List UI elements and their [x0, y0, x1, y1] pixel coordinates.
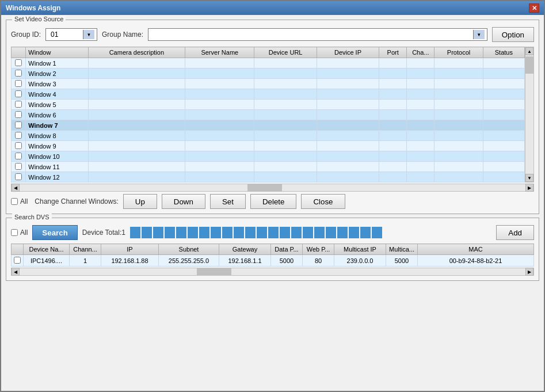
table-row: Window 4	[12, 89, 525, 100]
main-content: Set Video Source Group ID: 01 ▼ Group Na…	[1, 15, 544, 391]
row-checkbox-cell[interactable]	[12, 58, 26, 68]
hscroll-right-arrow[interactable]: ▶	[525, 184, 533, 192]
checkbox-col-header	[12, 47, 26, 58]
dvs-table-row: IPC1496.... 1 192.168.1.88 255.255.255.0…	[12, 255, 534, 267]
add-button[interactable]: Add	[496, 225, 534, 240]
channel-cell-dvs: 1	[70, 255, 101, 267]
dvs-hscroll-thumb[interactable]	[197, 268, 231, 275]
table-row: Window 11	[12, 162, 525, 172]
row-checkbox[interactable]	[15, 101, 22, 108]
progress-segment	[199, 227, 209, 238]
row-checkbox[interactable]	[15, 111, 22, 118]
progress-segment	[291, 227, 302, 238]
progress-segment	[349, 227, 359, 238]
progress-segment	[314, 227, 325, 238]
row-checkbox[interactable]	[15, 153, 22, 159]
group-id-select[interactable]: 01 ▼	[45, 28, 97, 41]
table-row: Window 5	[12, 100, 525, 110]
table-row: Window 2	[12, 68, 525, 79]
dvs-row-checkbox[interactable]	[14, 257, 21, 264]
delete-button[interactable]: Delete	[250, 194, 297, 209]
search-dvs-controls: All Search Device Total:1 Add	[11, 225, 534, 240]
dvs-hscroll-track[interactable]	[20, 268, 525, 275]
row-checkbox[interactable]	[15, 90, 22, 97]
window-cell: Window 9	[26, 141, 88, 151]
server-name-cell	[185, 58, 254, 68]
row-checkbox[interactable]	[15, 59, 22, 66]
channel-col-header-dvs: Chann...	[70, 244, 101, 255]
search-dvs-title: Search DVS	[12, 214, 52, 220]
hscroll-thumb[interactable]	[247, 184, 282, 191]
video-table-body: Window 1	[12, 58, 525, 182]
device-ip-cell	[317, 58, 379, 68]
video-table-vscroll[interactable]: ▲ ▼	[525, 47, 534, 182]
video-source-controls: Group ID: 01 ▼ Group Name: ▼ Option	[11, 27, 534, 42]
dvs-hscroll-right-arrow[interactable]: ▶	[525, 268, 533, 276]
row-checkbox[interactable]	[15, 142, 22, 149]
window-cell: Window 10	[26, 151, 88, 162]
gateway-cell: 192.168.1.1	[219, 255, 271, 267]
row-checkbox[interactable]	[15, 132, 22, 139]
dvs-all-label: All	[20, 229, 28, 237]
down-button[interactable]: Down	[162, 194, 205, 209]
device-ip-col-header: Device IP	[317, 47, 379, 58]
table-row: Window 1	[12, 58, 525, 68]
window-cell: Window 3	[26, 79, 88, 89]
multicast-port-col-header: Multica...	[386, 244, 418, 255]
channel-col-header: Cha...	[407, 47, 435, 58]
all-check-container: All	[11, 197, 28, 205]
progress-segment	[257, 227, 267, 238]
web-port-cell: 80	[303, 255, 334, 267]
progress-segment	[268, 227, 279, 238]
close-button[interactable]: ✕	[529, 3, 539, 13]
vscroll-down-arrow[interactable]: ▼	[525, 174, 533, 182]
vscroll-track[interactable]	[525, 55, 533, 174]
camera-desc-col-header: Camera description	[88, 47, 185, 58]
mac-col-header: MAC	[418, 244, 534, 255]
vscroll-thumb[interactable]	[525, 56, 533, 74]
close-button-main[interactable]: Close	[301, 194, 345, 209]
group-id-arrow-icon: ▼	[83, 30, 94, 39]
dvs-hscroll-left-arrow[interactable]: ◀	[12, 268, 20, 276]
progress-segment	[142, 227, 152, 238]
search-button[interactable]: Search	[32, 225, 77, 240]
search-dvs-group: Search DVS All Search Device Total:1 Add	[6, 218, 539, 281]
vscroll-up-arrow[interactable]: ▲	[525, 47, 533, 55]
progress-bar	[130, 226, 491, 239]
dvs-table-wrapper: Device Na... Chann... IP Subnet Gateway …	[11, 243, 534, 267]
row-checkbox[interactable]	[15, 121, 22, 128]
hscroll-left-arrow[interactable]: ◀	[12, 184, 20, 192]
row-checkbox[interactable]	[15, 173, 22, 180]
multicast-port-cell: 5000	[386, 255, 418, 267]
all-label: All	[20, 197, 28, 205]
hscroll-track[interactable]	[20, 184, 525, 191]
window-cell: Window 4	[26, 89, 88, 100]
progress-segment	[303, 227, 313, 238]
progress-segment	[188, 227, 198, 238]
dvs-all-checkbox[interactable]	[11, 229, 18, 236]
group-name-select[interactable]: ▼	[148, 28, 487, 41]
video-table-hscroll[interactable]: ◀ ▶	[11, 184, 534, 192]
row-checkbox[interactable]	[15, 163, 22, 170]
progress-segment	[211, 227, 221, 238]
dvs-table-header: Device Na... Chann... IP Subnet Gateway …	[12, 244, 534, 255]
option-button[interactable]: Option	[492, 27, 534, 42]
video-source-table: Window Camera description Server Name De…	[11, 47, 525, 182]
data-port-cell: 5000	[271, 255, 303, 267]
up-button[interactable]: Up	[123, 194, 157, 209]
set-button[interactable]: Set	[210, 194, 246, 209]
device-url-col-header: Device URL	[254, 47, 317, 58]
row-checkbox[interactable]	[15, 80, 22, 87]
group-id-value: 01	[48, 31, 83, 39]
group-id-label: Group ID:	[11, 31, 41, 39]
dvs-table-container: Device Na... Chann... IP Subnet Gateway …	[11, 243, 534, 267]
window-cell: Window 1	[26, 58, 88, 68]
port-col-header: Port	[379, 47, 407, 58]
main-window: Windows Assign ✕ Set Video Source Group …	[0, 0, 545, 392]
row-checkbox[interactable]	[15, 70, 22, 77]
port-cell	[379, 58, 407, 68]
dvs-table: Device Na... Chann... IP Subnet Gateway …	[11, 243, 534, 267]
dvs-table-hscroll[interactable]: ◀ ▶	[11, 268, 534, 276]
all-checkbox[interactable]	[11, 198, 18, 205]
progress-segment	[234, 227, 244, 238]
